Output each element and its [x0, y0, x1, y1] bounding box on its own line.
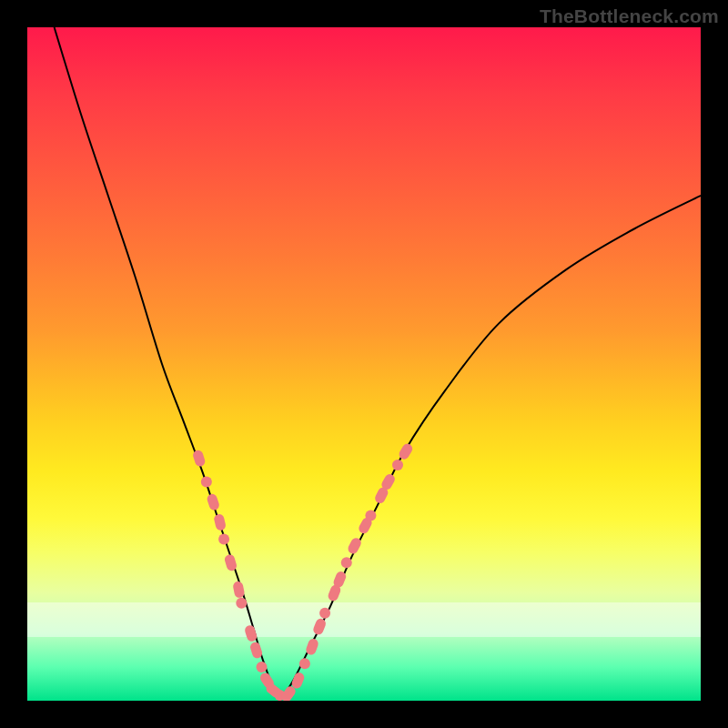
marker-pill — [192, 449, 207, 467]
curve-svg — [27, 27, 701, 701]
marker-dot — [319, 608, 330, 619]
marker-dot — [201, 477, 212, 488]
marker-dot — [365, 511, 376, 521]
marker-dot — [257, 662, 268, 672]
chart-stage: TheBottleneck.com — [0, 0, 728, 728]
marker-dot — [236, 598, 247, 609]
marker-pill — [213, 513, 227, 531]
marker-dot — [218, 533, 229, 544]
marker-pill — [312, 617, 328, 636]
marker-pill — [206, 492, 220, 511]
watermark-text: TheBottleneck.com — [540, 5, 719, 27]
marker-dot — [341, 557, 352, 568]
marker-dot — [299, 658, 310, 669]
marker-group — [192, 442, 414, 701]
curve-left-branch — [55, 27, 280, 701]
marker-dot — [392, 460, 403, 470]
plot-area — [27, 27, 701, 701]
curve-right-branch — [280, 196, 702, 701]
